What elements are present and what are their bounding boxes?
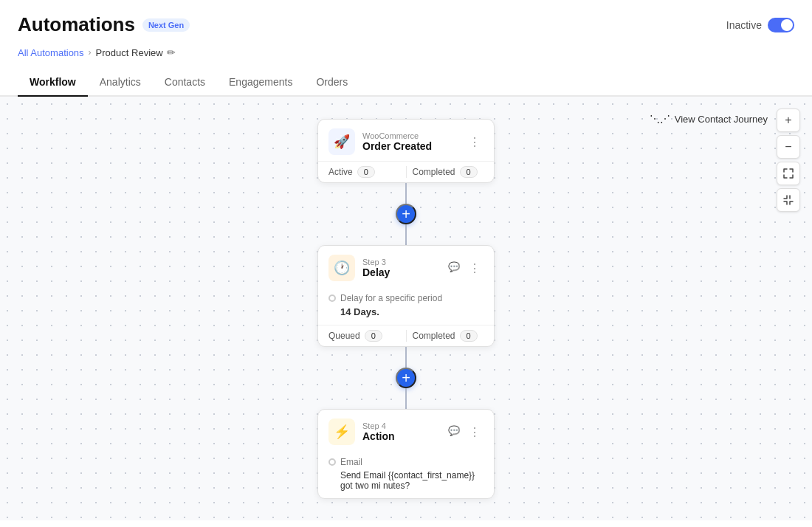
breadcrumb-current: Product Review ✏ [96,46,176,58]
node-action-body: Email Send Email {{contact_first_name}} … [318,451,494,498]
status-label: Inactive [726,19,762,31]
delay-step-label: Step 3 [362,258,438,266]
add-step-button-1[interactable]: + [396,204,416,224]
completed-label: Completed [413,167,455,177]
canvas-toolbar: + − [777,108,800,212]
connector-line-bottom-2 [405,388,407,409]
delay-detail-label: Delay for a specific period [340,293,442,303]
next-gen-badge: Next Gen [142,18,190,32]
add-step-button-2[interactable]: + [396,368,416,388]
action-detail-row: Email [328,457,484,467]
inactive-toggle[interactable] [768,18,794,32]
node-order-created-title: Order Created [362,140,458,152]
node-delay-footer: Queued 0 Completed 0 [318,325,494,346]
footer-divider-2 [406,330,407,342]
connector-line-bottom [405,224,407,245]
lightning-icon: ⚡ [334,424,350,440]
node-delay-actions: 💬 ⋮ [445,260,484,277]
header: Automations Next Gen Inactive All Automa… [0,0,812,58]
action-detail-value: Send Email {{contact_first_name}} got tw… [340,470,484,491]
node-order-created-footer: Active 0 Completed 0 [318,161,494,182]
node-order-created-actions: ⋮ [466,134,484,151]
tab-analytics[interactable]: Analytics [88,69,153,97]
node-delay-icon-wrap: 🕐 [328,255,355,281]
delay-dot [328,294,336,302]
breadcrumb: All Automations › Product Review ✏ [18,46,794,58]
node-delay-title: Delay [362,266,438,278]
completed-label-2: Completed [413,331,455,341]
tab-contacts[interactable]: Contacts [153,69,217,97]
connector-1: + [396,183,416,245]
node-order-created-info: WooCommerce Order Created [362,131,458,152]
action-step-label: Step 4 [362,421,438,430]
connector-line-top-2 [405,347,407,368]
node-source: WooCommerce [362,131,458,140]
node-action-actions: 💬 ⋮ [445,424,484,441]
node-action-info: Step 4 Action [362,421,438,442]
workflow: 🚀 WooCommerce Order Created ⋮ Active 0 C… [317,119,495,499]
action-detail-label: Email [340,457,362,467]
page-title: Automations [18,13,135,36]
connector-2: + [396,347,416,409]
completed-value: 0 [460,166,478,178]
view-journey-label: View Contact Journey [675,114,768,125]
node-delay-body: Delay for a specific period 14 Days. [318,287,494,325]
queued-value: 0 [365,330,382,342]
node-action-more-btn[interactable]: ⋮ [466,424,484,441]
tab-orders[interactable]: Orders [304,69,359,97]
breadcrumb-current-label: Product Review [96,47,163,58]
delay-detail-value: 14 Days. [340,306,484,317]
tab-workflow[interactable]: Workflow [18,69,88,97]
queued-label: Queued [328,331,360,341]
journey-icon: ⋱⋰ [650,113,670,125]
completed-value-2: 0 [460,330,478,342]
delay-queued-stat: Queued 0 [328,330,400,342]
zoom-in-button[interactable]: + [777,108,800,132]
expand-button[interactable] [777,162,800,185]
breadcrumb-parent-link[interactable]: All Automations [18,47,84,58]
node-order-created-more-btn[interactable]: ⋮ [466,134,484,151]
node-delay-more-btn[interactable]: ⋮ [466,260,484,277]
tab-engagements[interactable]: Engagements [217,69,304,97]
breadcrumb-separator: › [89,47,92,58]
node-action: ⚡ Step 4 Action 💬 ⋮ Email Send Email {{c… [317,409,495,499]
node-action-comment-btn[interactable]: 💬 [445,424,463,438]
node-action-title: Action [362,430,438,442]
connector-line-top [405,183,407,204]
action-dot [328,458,336,466]
node-action-icon-wrap: ⚡ [328,418,355,445]
node-order-created: 🚀 WooCommerce Order Created ⋮ Active 0 C… [317,119,495,183]
node-order-created-header: 🚀 WooCommerce Order Created ⋮ [318,120,494,161]
view-contact-journey-button[interactable]: ⋱⋰ View Contact Journey [650,113,768,125]
header-top: Automations Next Gen Inactive [18,13,794,36]
node-delay-header: 🕐 Step 3 Delay 💬 ⋮ [318,246,494,287]
active-label: Active [328,167,353,177]
workflow-canvas: ⋱⋰ View Contact Journey + − 🚀 WooCom [0,97,812,520]
delay-completed-stat: Completed 0 [413,330,484,342]
zoom-out-button[interactable]: − [777,135,800,159]
active-value: 0 [357,166,375,178]
status-row: Inactive [726,18,794,32]
edit-icon[interactable]: ✏ [167,46,176,58]
node-delay-comment-btn[interactable]: 💬 [445,260,463,274]
order-created-active-stat: Active 0 [328,166,400,178]
compress-button[interactable] [777,188,800,212]
footer-divider [406,166,407,178]
rocket-icon: 🚀 [334,134,350,150]
node-action-header: ⚡ Step 4 Action 💬 ⋮ [318,410,494,451]
title-row: Automations Next Gen [18,13,190,36]
delay-detail-row: Delay for a specific period [328,293,484,303]
toggle-knob [781,19,793,31]
clock-icon: 🕐 [334,260,350,276]
node-delay: 🕐 Step 3 Delay 💬 ⋮ Delay for a specific … [317,245,495,347]
node-delay-info: Step 3 Delay [362,258,438,278]
tabs-bar: Workflow Analytics Contacts Engagements … [0,69,812,97]
node-order-created-icon-wrap: 🚀 [328,128,355,155]
order-created-completed-stat: Completed 0 [413,166,484,178]
